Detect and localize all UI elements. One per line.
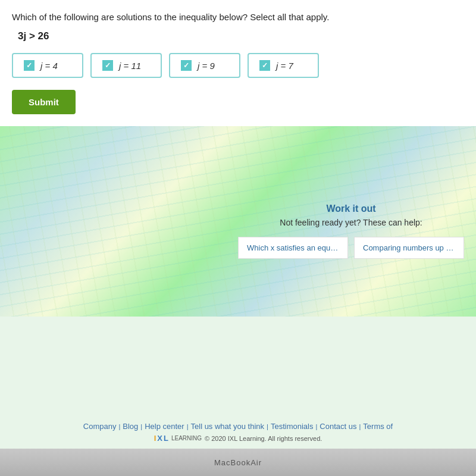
- footer-link-think[interactable]: Tell us what you think: [191, 422, 265, 431]
- footer-sep-5: |: [315, 423, 317, 430]
- footer-sep-6: |: [359, 423, 361, 430]
- ixl-logo-i: I: [154, 434, 156, 443]
- help-link-equation[interactable]: Which x satisfies an equation?: [238, 237, 348, 259]
- footer-link-help[interactable]: Help center: [145, 422, 184, 431]
- footer: Company | Blog | Help center | Tell us w…: [0, 416, 476, 446]
- work-it-out-subtitle: Not feeling ready yet? These can help:: [238, 218, 464, 227]
- footer-sep-1: |: [118, 423, 120, 430]
- ixl-logo-l: L: [164, 434, 168, 443]
- option-j11[interactable]: j = 11: [90, 53, 162, 78]
- option-j9[interactable]: j = 9: [169, 53, 240, 78]
- option-j7[interactable]: j = 7: [248, 53, 319, 78]
- options-row: j = 4 j = 11 j = 9 j = 7: [12, 53, 464, 78]
- footer-copyright: IXL LEARNING © 2020 IXL Learning. All ri…: [0, 434, 476, 443]
- option-label-j11: j = 11: [119, 61, 141, 71]
- work-it-out-panel: Work it out Not feeling ready yet? These…: [226, 198, 476, 265]
- option-label-j7: j = 7: [276, 61, 293, 71]
- footer-link-terms[interactable]: Terms of: [363, 422, 393, 431]
- ixl-logo-x: X: [157, 434, 162, 443]
- footer-links: Company | Blog | Help center | Tell us w…: [0, 422, 476, 431]
- option-j4[interactable]: j = 4: [12, 53, 83, 78]
- option-label-j9: j = 9: [198, 61, 215, 71]
- footer-link-company[interactable]: Company: [83, 422, 117, 431]
- footer-sep-2: |: [140, 423, 142, 430]
- footer-sep-4: |: [267, 423, 268, 430]
- work-it-out-title: Work it out: [238, 203, 464, 214]
- inequality: 3j > 26: [18, 30, 464, 42]
- ixl-logo: IXL LEARNING: [154, 434, 202, 443]
- footer-link-contact[interactable]: Contact us: [320, 422, 356, 431]
- ixl-learning-text: LEARNING: [171, 435, 202, 441]
- help-links-row: Which x satisfies an equation? Comparing…: [238, 237, 464, 259]
- footer-link-blog[interactable]: Blog: [123, 422, 138, 431]
- checkbox-j7[interactable]: [259, 60, 270, 71]
- middle-section: Work it out Not feeling ready yet? These…: [0, 126, 476, 317]
- checkbox-j11[interactable]: [102, 60, 113, 71]
- macbook-label: MacBookAir: [214, 458, 262, 467]
- footer-sep-3: |: [187, 423, 189, 430]
- option-label-j4: j = 4: [40, 61, 58, 71]
- submit-button[interactable]: Submit: [12, 90, 76, 114]
- help-link-comparing[interactable]: Comparing numbers up to 1: [354, 237, 464, 259]
- question-text: Which of the following are solutions to …: [12, 11, 464, 23]
- copyright-text: © 2020 IXL Learning. All rights reserved…: [205, 435, 322, 442]
- macbook-bar: MacBookAir: [0, 449, 476, 476]
- checkbox-j9[interactable]: [181, 60, 192, 71]
- footer-link-testimonials[interactable]: Testimonials: [271, 422, 314, 431]
- checkbox-j4[interactable]: [24, 60, 35, 71]
